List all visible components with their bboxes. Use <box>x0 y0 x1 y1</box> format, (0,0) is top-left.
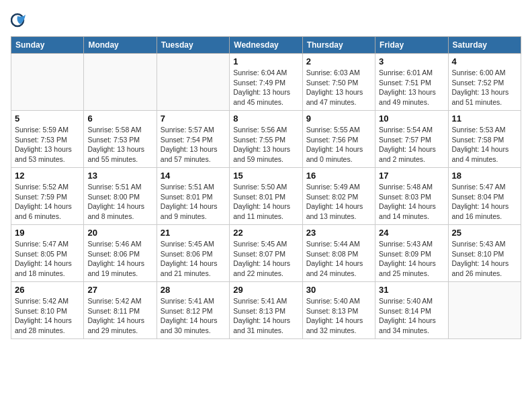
day-number: 23 <box>306 228 371 238</box>
day-info: Sunrise: 5:56 AMSunset: 7:55 PMDaylight:… <box>233 125 298 165</box>
day-info: Sunrise: 5:41 AMSunset: 8:12 PMDaylight:… <box>161 296 226 336</box>
day-number: 4 <box>452 56 517 66</box>
day-info: Sunrise: 5:50 AMSunset: 8:01 PMDaylight:… <box>233 182 298 222</box>
day-number: 11 <box>452 113 517 124</box>
column-header-thursday: Thursday <box>302 37 375 54</box>
day-info: Sunrise: 5:57 AMSunset: 7:54 PMDaylight:… <box>161 125 226 165</box>
column-header-monday: Monday <box>84 37 157 54</box>
calendar-cell: 5Sunrise: 5:59 AMSunset: 7:53 PMDaylight… <box>11 111 84 168</box>
day-number: 14 <box>161 171 226 181</box>
day-number: 16 <box>306 171 371 181</box>
column-header-friday: Friday <box>375 37 448 54</box>
day-number: 13 <box>87 171 152 181</box>
day-info: Sunrise: 5:40 AMSunset: 8:13 PMDaylight:… <box>306 296 371 336</box>
day-info: Sunrise: 5:58 AMSunset: 7:53 PMDaylight:… <box>87 125 152 165</box>
calendar-cell: 7Sunrise: 5:57 AMSunset: 7:54 PMDaylight… <box>157 111 229 168</box>
day-info: Sunrise: 5:44 AMSunset: 8:08 PMDaylight:… <box>306 239 371 279</box>
day-info: Sunrise: 5:53 AMSunset: 7:58 PMDaylight:… <box>452 125 517 165</box>
calendar-cell <box>84 54 157 111</box>
day-info: Sunrise: 6:01 AMSunset: 7:51 PMDaylight:… <box>379 68 444 107</box>
day-number: 31 <box>379 285 444 295</box>
calendar-cell: 1Sunrise: 6:04 AMSunset: 7:49 PMDaylight… <box>230 54 302 111</box>
day-info: Sunrise: 5:49 AMSunset: 8:02 PMDaylight:… <box>306 182 371 222</box>
day-info: Sunrise: 5:51 AMSunset: 8:01 PMDaylight:… <box>161 182 226 222</box>
day-info: Sunrise: 5:47 AMSunset: 8:05 PMDaylight:… <box>15 239 80 279</box>
day-info: Sunrise: 5:51 AMSunset: 8:00 PMDaylight:… <box>87 182 152 222</box>
calendar-header-row: SundayMondayTuesdayWednesdayThursdayFrid… <box>11 37 521 54</box>
calendar-cell: 10Sunrise: 5:54 AMSunset: 7:57 PMDayligh… <box>375 111 448 168</box>
calendar-cell: 12Sunrise: 5:52 AMSunset: 7:59 PMDayligh… <box>11 168 84 225</box>
day-number: 28 <box>161 285 226 295</box>
day-info: Sunrise: 5:43 AMSunset: 8:09 PMDaylight:… <box>379 239 444 279</box>
day-number: 2 <box>306 56 371 66</box>
column-header-wednesday: Wednesday <box>230 37 302 54</box>
day-number: 1 <box>233 56 298 66</box>
calendar-cell: 13Sunrise: 5:51 AMSunset: 8:00 PMDayligh… <box>84 168 157 225</box>
calendar-cell: 3Sunrise: 6:01 AMSunset: 7:51 PMDaylight… <box>375 54 448 111</box>
day-info: Sunrise: 5:46 AMSunset: 8:06 PMDaylight:… <box>87 239 152 279</box>
calendar-cell <box>11 54 84 111</box>
day-info: Sunrise: 5:52 AMSunset: 7:59 PMDaylight:… <box>15 182 80 222</box>
calendar-cell: 2Sunrise: 6:03 AMSunset: 7:50 PMDaylight… <box>302 54 375 111</box>
day-info: Sunrise: 5:55 AMSunset: 7:56 PMDaylight:… <box>306 125 371 165</box>
day-number: 22 <box>233 228 298 238</box>
day-number: 26 <box>15 285 80 295</box>
day-number: 7 <box>161 113 226 124</box>
week-row-1: 1Sunrise: 6:04 AMSunset: 7:49 PMDaylight… <box>11 54 521 111</box>
calendar-cell: 16Sunrise: 5:49 AMSunset: 8:02 PMDayligh… <box>302 168 375 225</box>
calendar-cell: 9Sunrise: 5:55 AMSunset: 7:56 PMDaylight… <box>302 111 375 168</box>
day-info: Sunrise: 5:45 AMSunset: 8:07 PMDaylight:… <box>233 239 298 279</box>
day-info: Sunrise: 5:43 AMSunset: 8:10 PMDaylight:… <box>452 239 517 279</box>
calendar-cell: 14Sunrise: 5:51 AMSunset: 8:01 PMDayligh… <box>157 168 229 225</box>
calendar-cell: 11Sunrise: 5:53 AMSunset: 7:58 PMDayligh… <box>448 111 521 168</box>
calendar-cell: 6Sunrise: 5:58 AMSunset: 7:53 PMDaylight… <box>84 111 157 168</box>
day-number: 24 <box>379 228 444 238</box>
day-number: 10 <box>379 113 444 124</box>
day-number: 21 <box>161 228 226 238</box>
day-number: 27 <box>87 285 152 295</box>
calendar-cell: 4Sunrise: 6:00 AMSunset: 7:52 PMDaylight… <box>448 54 521 111</box>
day-number: 3 <box>379 56 444 66</box>
column-header-sunday: Sunday <box>11 37 84 54</box>
calendar-cell: 21Sunrise: 5:45 AMSunset: 8:06 PMDayligh… <box>157 225 229 282</box>
calendar-cell: 20Sunrise: 5:46 AMSunset: 8:06 PMDayligh… <box>84 225 157 282</box>
day-number: 6 <box>87 113 152 124</box>
calendar-cell: 27Sunrise: 5:42 AMSunset: 8:11 PMDayligh… <box>84 282 157 339</box>
page-header <box>11 11 521 30</box>
day-number: 15 <box>233 171 298 181</box>
day-number: 9 <box>306 113 371 124</box>
day-number: 12 <box>15 171 80 181</box>
day-number: 20 <box>87 228 152 238</box>
day-info: Sunrise: 5:41 AMSunset: 8:13 PMDaylight:… <box>233 296 298 336</box>
calendar-table: SundayMondayTuesdayWednesdayThursdayFrid… <box>11 36 521 339</box>
day-number: 8 <box>233 113 298 124</box>
calendar-cell: 31Sunrise: 5:40 AMSunset: 8:14 PMDayligh… <box>375 282 448 339</box>
calendar-cell: 18Sunrise: 5:47 AMSunset: 8:04 PMDayligh… <box>448 168 521 225</box>
week-row-5: 26Sunrise: 5:42 AMSunset: 8:10 PMDayligh… <box>11 282 521 339</box>
calendar-cell: 30Sunrise: 5:40 AMSunset: 8:13 PMDayligh… <box>302 282 375 339</box>
logo-icon <box>11 11 30 30</box>
day-number: 19 <box>15 228 80 238</box>
calendar-cell: 8Sunrise: 5:56 AMSunset: 7:55 PMDaylight… <box>230 111 302 168</box>
day-info: Sunrise: 5:40 AMSunset: 8:14 PMDaylight:… <box>379 296 444 336</box>
day-info: Sunrise: 6:00 AMSunset: 7:52 PMDaylight:… <box>452 68 517 107</box>
day-info: Sunrise: 6:04 AMSunset: 7:49 PMDaylight:… <box>233 68 298 107</box>
day-number: 5 <box>15 113 80 124</box>
calendar-cell: 15Sunrise: 5:50 AMSunset: 8:01 PMDayligh… <box>230 168 302 225</box>
column-header-saturday: Saturday <box>448 37 521 54</box>
calendar-cell: 19Sunrise: 5:47 AMSunset: 8:05 PMDayligh… <box>11 225 84 282</box>
column-header-tuesday: Tuesday <box>157 37 229 54</box>
day-info: Sunrise: 5:54 AMSunset: 7:57 PMDaylight:… <box>379 125 444 165</box>
calendar-cell: 17Sunrise: 5:48 AMSunset: 8:03 PMDayligh… <box>375 168 448 225</box>
day-info: Sunrise: 5:42 AMSunset: 8:10 PMDaylight:… <box>15 296 80 336</box>
day-number: 30 <box>306 285 371 295</box>
calendar-cell <box>157 54 229 111</box>
calendar-cell: 25Sunrise: 5:43 AMSunset: 8:10 PMDayligh… <box>448 225 521 282</box>
week-row-3: 12Sunrise: 5:52 AMSunset: 7:59 PMDayligh… <box>11 168 521 225</box>
day-number: 18 <box>452 171 517 181</box>
day-info: Sunrise: 6:03 AMSunset: 7:50 PMDaylight:… <box>306 68 371 107</box>
calendar-cell: 22Sunrise: 5:45 AMSunset: 8:07 PMDayligh… <box>230 225 302 282</box>
logo <box>11 11 31 30</box>
day-info: Sunrise: 5:47 AMSunset: 8:04 PMDaylight:… <box>452 182 517 222</box>
calendar-cell: 23Sunrise: 5:44 AMSunset: 8:08 PMDayligh… <box>302 225 375 282</box>
